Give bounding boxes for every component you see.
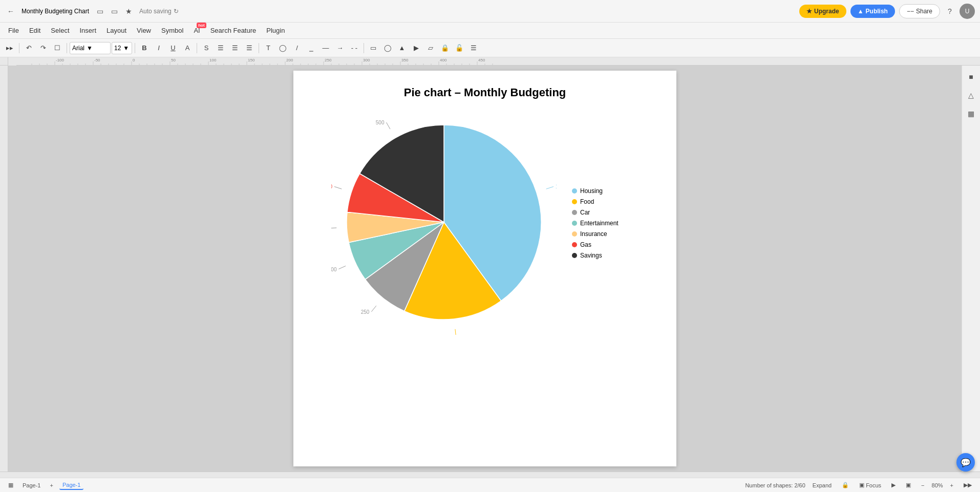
legend-color-dot	[572, 242, 577, 247]
focus-icon: ▣	[859, 482, 864, 488]
page-menu-btn[interactable]: ▦	[5, 481, 16, 489]
separator	[19, 43, 19, 53]
svg-text:200: 200	[331, 184, 332, 189]
undo-button[interactable]: ↶	[22, 41, 35, 55]
zoom-in-btn[interactable]: +	[947, 481, 956, 489]
svg-text:450: 450	[478, 58, 485, 62]
svg-text:150: 150	[248, 58, 255, 62]
font-color-button[interactable]: A	[181, 41, 194, 55]
print-button[interactable]: ☐	[51, 41, 64, 55]
expand-panels-btn[interactable]: ▸▸	[3, 41, 16, 55]
legend-color-dot	[572, 199, 577, 204]
svg-text:250: 250	[361, 309, 370, 315]
grid-icon[interactable]: ▦	[964, 106, 978, 121]
upgrade-label: Upgrade	[814, 8, 839, 15]
toolbar: ▸▸ ↶ ↷ ☐ Arial ▼ 12 ▼ B I U A S ☰ ☰ ☰ T …	[0, 39, 980, 57]
menu-insert[interactable]: Insert	[76, 25, 101, 36]
help-icon[interactable]: ?	[944, 6, 955, 17]
add-page-btn[interactable]: +	[47, 481, 56, 489]
italic-button[interactable]: I	[152, 41, 165, 55]
legend-item: Entertainment	[572, 220, 638, 227]
legend-item: Gas	[572, 241, 638, 248]
menu-view[interactable]: View	[133, 25, 155, 36]
legend-label: Car	[580, 209, 590, 216]
horizontal-scrollbar[interactable]	[0, 472, 980, 478]
shape-button[interactable]: ◯	[276, 41, 289, 55]
layers-icon[interactable]: △	[964, 88, 978, 102]
text-button[interactable]: T	[262, 41, 275, 55]
align-left-button[interactable]: ☰	[214, 41, 227, 55]
legend-label: Food	[580, 198, 594, 205]
fit-page-btn[interactable]: ▣	[903, 481, 914, 489]
menu-search-feature[interactable]: Search Feature	[206, 25, 261, 36]
topbar-icons: ▭ ▭ ★	[94, 6, 134, 17]
chat-button[interactable]: 💬	[956, 453, 975, 472]
expand-btn[interactable]: Expand	[809, 481, 835, 489]
export-icon[interactable]: ▭	[109, 6, 120, 17]
redo-button[interactable]: ↷	[36, 41, 50, 55]
rect-button[interactable]: ▭	[367, 41, 380, 55]
svg-text:-100: -100	[56, 58, 65, 62]
focus-btn[interactable]: ▣ Focus	[856, 481, 884, 489]
chart-title: Pie chart – Monthly Budgeting	[309, 86, 661, 99]
line-button[interactable]: /	[290, 41, 304, 55]
legend-item: Insurance	[572, 230, 638, 238]
svg-text:300: 300	[363, 58, 370, 62]
arrow-button[interactable]: →	[333, 41, 347, 55]
lock-status-icon[interactable]: 🔒	[839, 481, 852, 489]
properties-icon[interactable]: ■	[964, 70, 978, 84]
zoom-level: 80%	[932, 482, 943, 488]
share-button[interactable]: −− Share	[899, 4, 940, 18]
current-page-tab[interactable]: Page-1	[59, 481, 83, 490]
font-family-value: Arial	[72, 45, 84, 52]
topbar-right: ★ Upgrade ▲ Publish −− Share ? U	[799, 4, 975, 19]
canvas-area[interactable]: Pie chart – Monthly Budgeting 1200500250…	[8, 66, 962, 472]
bookmark-icon[interactable]: ▭	[94, 6, 105, 17]
menu-symbol[interactable]: Symbol	[157, 25, 187, 36]
list-button[interactable]: ☰	[243, 41, 256, 55]
svg-text:1200: 1200	[556, 184, 557, 189]
legend-color-dot	[572, 188, 577, 194]
present-btn[interactable]: ▶	[888, 481, 899, 489]
svg-text:-50: -50	[94, 58, 100, 62]
menu-plugin[interactable]: Plugin	[262, 25, 289, 36]
publish-button[interactable]: ▲ Publish	[850, 5, 895, 18]
back-icon[interactable]: ←	[5, 6, 16, 17]
ellipse-button[interactable]: ◯	[381, 41, 394, 55]
menu-edit[interactable]: Edit	[25, 25, 45, 36]
underline-button[interactable]: U	[166, 41, 180, 55]
connector-button[interactable]: ⎯	[305, 41, 318, 55]
table-btn[interactable]: ☰	[467, 41, 480, 55]
expand-ui-btn[interactable]: ▶▶	[961, 481, 975, 489]
svg-text:250: 250	[325, 58, 332, 62]
page-grid-icon: ▦	[8, 482, 13, 488]
lock-btn[interactable]: 🔒	[438, 41, 452, 55]
polygon-button[interactable]: ▲	[395, 41, 409, 55]
publish-label: Publish	[866, 8, 888, 15]
menu-layout[interactable]: Layout	[102, 25, 131, 36]
font-family-select[interactable]: Arial ▼	[70, 42, 111, 54]
legend-label: Entertainment	[580, 220, 619, 227]
menu-ai[interactable]: AI hot	[189, 25, 204, 36]
font-size-select[interactable]: 12 ▼	[112, 42, 132, 54]
current-page-label: Page-1	[62, 482, 80, 488]
line-style-button[interactable]: —	[319, 41, 332, 55]
zoom-out-btn[interactable]: −	[918, 481, 927, 489]
user-avatar[interactable]: U	[960, 4, 975, 19]
menu-file[interactable]: File	[4, 25, 23, 36]
dashed-button[interactable]: - -	[348, 41, 361, 55]
upgrade-button[interactable]: ★ Upgrade	[799, 5, 846, 18]
menu-select[interactable]: Select	[47, 25, 73, 36]
legend-color-dot	[572, 253, 577, 258]
bold-button[interactable]: B	[138, 41, 151, 55]
star-icon[interactable]: ★	[123, 6, 134, 17]
svg-text:200: 200	[331, 267, 337, 272]
crop-btn[interactable]: ▱	[424, 41, 437, 55]
align-center-button[interactable]: ☰	[228, 41, 242, 55]
unlock-btn[interactable]: 🔓	[453, 41, 466, 55]
page-tab-btn[interactable]: Page-1	[19, 481, 44, 489]
select-btn[interactable]: ▶	[410, 41, 423, 55]
superscript-button[interactable]: S	[200, 41, 213, 55]
chart-container: 1200500250200150200500 HousingFoodCarEnt…	[309, 110, 661, 336]
chart-legend: HousingFoodCarEntertainmentInsuranceGasS…	[572, 187, 638, 259]
